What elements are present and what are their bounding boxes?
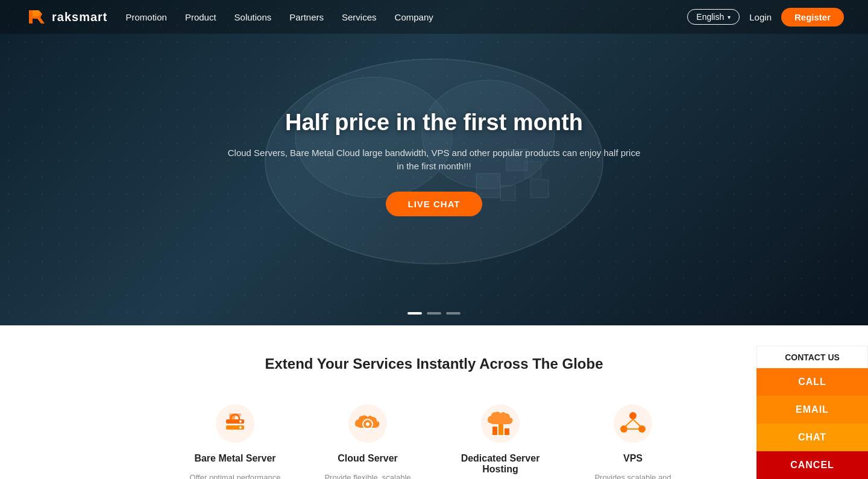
register-button[interactable]: Register	[781, 8, 844, 27]
logo-text: raksmart	[52, 10, 108, 24]
main-section: Extend Your Services Instantly Across Th…	[0, 325, 868, 479]
chevron-down-icon: ▾	[728, 14, 731, 20]
logo[interactable]: raksmart	[24, 5, 108, 28]
nav-services[interactable]: Services	[342, 12, 377, 22]
nav-right: English ▾ Login Register	[687, 8, 844, 27]
svg-rect-24	[505, 428, 509, 435]
hero-content: Half price in the first month Cloud Serv…	[223, 110, 645, 216]
navbar: raksmart Promotion Product Solutions Par…	[0, 0, 868, 34]
service-cloud-server[interactable]: Cloud Server Provide flexible, scalable …	[319, 402, 416, 479]
nav-promotion[interactable]: Promotion	[126, 12, 167, 22]
service-bare-metal[interactable]: Bare Metal Server Offer optimal performa…	[187, 402, 283, 479]
slider-dot-3[interactable]	[446, 312, 461, 315]
login-button[interactable]: Login	[749, 12, 772, 22]
dedicated-name: Dedicated Server Hosting	[452, 453, 549, 475]
nav-partners[interactable]: Partners	[289, 12, 324, 22]
language-selector[interactable]: English ▾	[687, 9, 740, 25]
language-label: English	[696, 12, 724, 22]
svg-point-25	[614, 404, 652, 443]
hero-subtitle: Cloud Servers, Bare Metal Cloud large ba…	[223, 146, 645, 174]
nav-solutions[interactable]: Solutions	[234, 12, 272, 22]
service-dedicated[interactable]: Dedicated Server Hosting Offer maximum c…	[452, 402, 549, 479]
services-grid: Bare Metal Server Offer optimal performa…	[48, 402, 820, 479]
slider-dot-2[interactable]	[427, 312, 441, 315]
vps-icon	[612, 402, 654, 445]
svg-point-20	[366, 422, 370, 426]
bare-metal-name: Bare Metal Server	[194, 453, 275, 464]
nav-product[interactable]: Product	[185, 12, 216, 22]
svg-point-28	[638, 425, 646, 433]
dedicated-icon	[479, 402, 521, 445]
svg-point-15	[239, 427, 242, 429]
svg-rect-22	[492, 427, 497, 435]
vps-desc: Provides scalable and	[594, 472, 671, 479]
email-button[interactable]: EMAIL	[756, 396, 868, 424]
cloud-server-icon	[347, 402, 389, 445]
svg-rect-23	[498, 424, 503, 435]
slider-dots	[407, 312, 461, 315]
service-vps[interactable]: VPS Provides scalable and	[585, 402, 681, 479]
contact-panel: CONTACT US CALL EMAIL CHAT CANCEL	[756, 346, 868, 479]
bare-metal-desc: Offer optimal performance and	[187, 472, 283, 479]
slider-dot-1[interactable]	[407, 312, 422, 315]
nav-company[interactable]: Company	[395, 12, 433, 22]
cloud-server-desc: Provide flexible, scalable and	[319, 472, 416, 479]
call-button[interactable]: CALL	[756, 368, 868, 396]
contact-title: CONTACT US	[756, 346, 868, 368]
hero-section: raksmart Promotion Product Solutions Par…	[0, 0, 868, 325]
svg-point-14	[239, 421, 242, 423]
bare-metal-icon	[214, 402, 256, 445]
section-title: Extend Your Services Instantly Across Th…	[48, 355, 820, 372]
cloud-server-name: Cloud Server	[338, 453, 398, 464]
svg-point-27	[620, 425, 627, 433]
nav-links: Promotion Product Solutions Partners Ser…	[126, 12, 688, 22]
livechat-button[interactable]: LIVE CHAT	[386, 192, 482, 216]
cancel-button[interactable]: CANCEL	[756, 451, 868, 479]
svg-point-26	[629, 412, 637, 419]
vps-name: VPS	[623, 453, 643, 464]
svg-rect-17	[229, 413, 241, 416]
chat-button[interactable]: CHAT	[756, 424, 868, 451]
hero-title: Half price in the first month	[223, 110, 645, 136]
